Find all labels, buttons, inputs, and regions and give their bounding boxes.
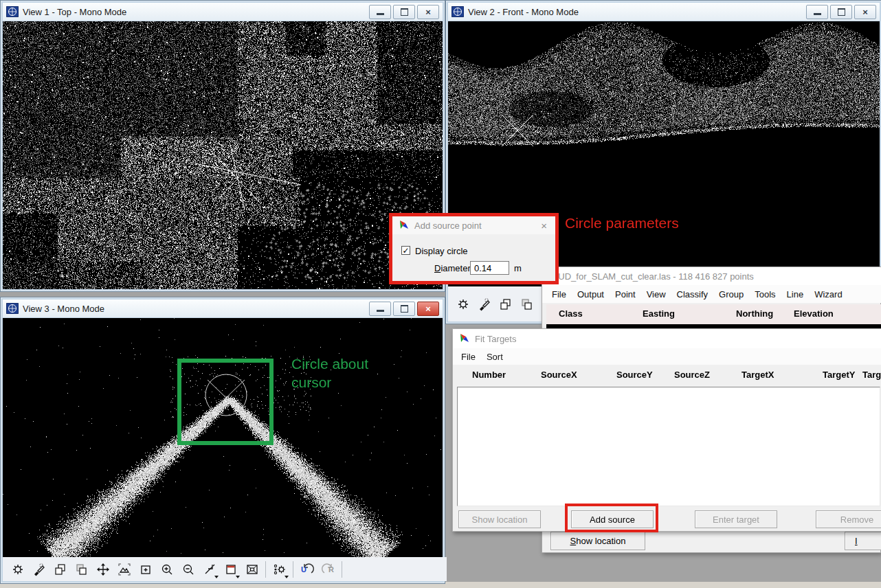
fit-view-icon[interactable] — [113, 559, 135, 580]
menu-point[interactable]: Point — [610, 287, 641, 302]
annotation-rect-circle-cursor — [177, 359, 274, 445]
fit-targets-title: Fit Targets — [475, 334, 516, 344]
column-targetx: TargetX — [741, 370, 774, 380]
column-easting: Easting — [643, 308, 675, 319]
diameter-label: Diameter: — [434, 263, 473, 273]
column-northing: Northing — [736, 308, 773, 319]
view2-toolbar — [448, 286, 548, 321]
menu-wizard[interactable]: Wizard — [809, 287, 847, 302]
view-attributes-gear-icon[interactable] — [7, 559, 28, 580]
undo-icon[interactable]: U — [296, 559, 317, 580]
menu-file[interactable]: File — [456, 350, 481, 364]
show-location-button[interactable]: Show location — [458, 510, 541, 528]
rotate-view-icon[interactable] — [199, 559, 220, 580]
add-source-point-dialog: Add source point × ✓ Display circle Diam… — [392, 216, 555, 281]
minimize-button[interactable] — [369, 5, 391, 19]
dropdown-arrow-icon — [236, 576, 240, 578]
view1-content[interactable] — [3, 21, 443, 289]
view-attributes-gear-icon[interactable] — [452, 294, 473, 315]
terrasolid-icon — [399, 220, 410, 231]
close-button[interactable]: × — [854, 5, 876, 19]
fit-targets-header: Number SourceX SourceY SourceZ TargetX T… — [453, 365, 881, 385]
dropdown-arrow-icon — [285, 576, 289, 578]
view3-titlebar[interactable]: View 3 - Mono Mode × — [3, 299, 443, 317]
diameter-input[interactable] — [470, 261, 509, 275]
view1-pointcloud-canvas[interactable] — [3, 21, 443, 289]
menu-tools[interactable]: Tools — [749, 287, 781, 302]
view2-titlebar[interactable]: View 2 - Front - Mono Mode × — [448, 3, 880, 21]
fit-targets-titlebar[interactable]: Fit Targets — [453, 329, 881, 348]
toolbar-separator — [265, 561, 266, 578]
view-window-icon — [6, 6, 19, 17]
annotation-circle-parameters: Circle parameters — [565, 215, 679, 231]
close-icon[interactable]: × — [541, 220, 555, 231]
window-area-icon[interactable] — [220, 559, 241, 580]
copy-view-icon[interactable] — [49, 559, 71, 580]
maximize-button[interactable] — [830, 5, 852, 19]
unit-label: m — [514, 263, 522, 273]
view3-toolbar: U R — [3, 557, 447, 581]
remove-button[interactable]: Remove — [816, 510, 881, 528]
maximize-button[interactable] — [393, 5, 415, 19]
copy-view-alt-icon[interactable] — [71, 559, 92, 580]
menu-line[interactable]: Line — [781, 287, 810, 302]
view3-title: View 3 - Mono Mode — [23, 304, 104, 314]
copy-view-alt-icon[interactable] — [516, 294, 537, 315]
redo-label: R — [328, 565, 334, 574]
add-source-dialog-title: Add source point — [414, 220, 482, 231]
view-window-icon — [6, 303, 19, 314]
dropdown-arrow-icon — [214, 576, 219, 578]
column-number: Number — [472, 370, 506, 380]
fit-targets-menubar: File Sort — [453, 348, 881, 365]
enter-target-button[interactable]: Enter target — [695, 510, 777, 528]
fit-targets-list[interactable] — [457, 387, 880, 506]
toolbar-separator — [293, 561, 293, 578]
view1-titlebar[interactable]: View 1 - Top - Mono Mode × — [3, 3, 443, 21]
column-class: Class — [559, 308, 583, 319]
terrasolid-icon — [459, 333, 470, 344]
close-button[interactable]: × — [417, 302, 439, 316]
display-circle-checkbox[interactable]: ✓ — [401, 246, 410, 255]
show-location-button[interactable]: Show location — [550, 532, 645, 550]
minimize-button[interactable] — [806, 5, 828, 19]
menu-sort[interactable]: Sort — [481, 350, 509, 364]
copy-view-icon[interactable] — [495, 294, 516, 315]
minimize-button[interactable] — [369, 302, 391, 316]
view2-title: View 2 - Front - Mono Mode — [468, 7, 579, 17]
scan-window-title: LOUD_for_SLAM_cut_clear.las - 118 416 82… — [542, 271, 754, 282]
display-style-brush-icon[interactable] — [28, 559, 49, 580]
scan-window-titlebar[interactable]: LOUD_for_SLAM_cut_clear.las - 118 416 82… — [542, 267, 881, 285]
fit-rectangle-icon[interactable] — [241, 559, 263, 580]
annotation-circle-about-cursor: Circle about cursor — [291, 354, 368, 392]
close-button[interactable]: × — [417, 5, 439, 19]
display-style-brush-icon[interactable] — [473, 294, 495, 315]
zoom-out-icon[interactable] — [177, 559, 199, 580]
view-window-icon — [451, 6, 464, 17]
redo-icon[interactable]: R — [317, 559, 339, 580]
fit-targets-dialog: Fit Targets File Sort Number SourceX Sou… — [452, 328, 881, 532]
scan-window-menubar: File Output Point View Classify Group To… — [542, 285, 881, 303]
pan-view-icon[interactable] — [92, 559, 113, 580]
column-sourcex: SourceX — [541, 370, 577, 380]
column-elevation: Elevation — [794, 308, 834, 319]
menu-group[interactable]: Group — [713, 287, 749, 302]
checkmark-icon: ✓ — [402, 246, 409, 256]
maximize-button[interactable] — [393, 302, 415, 316]
menu-classify[interactable]: Classify — [671, 287, 714, 302]
menu-output[interactable]: Output — [572, 287, 610, 302]
annotation-box-dialog: Add source point × ✓ Display circle Diam… — [389, 213, 559, 284]
column-targety: TargetY — [823, 370, 855, 380]
partial-right-button[interactable]: I — [845, 532, 881, 550]
display-circle-label: Display circle — [415, 246, 468, 256]
annotation-box-add-source — [565, 504, 658, 532]
view1-window: View 1 - Top - Mono Mode × — [0, 0, 445, 292]
zoom-in-icon[interactable] — [156, 559, 177, 580]
menu-file[interactable]: File — [546, 287, 572, 302]
view1-title: View 1 - Top - Mono Mode — [23, 7, 126, 17]
add-source-dialog-titlebar[interactable]: Add source point × — [392, 216, 555, 234]
column-sourcey: SourceY — [616, 370, 653, 380]
view-settings-icon[interactable] — [269, 559, 290, 580]
column-sourcez: SourceZ — [674, 370, 710, 380]
menu-view[interactable]: View — [641, 287, 671, 302]
zoom-window-icon[interactable] — [135, 559, 156, 580]
